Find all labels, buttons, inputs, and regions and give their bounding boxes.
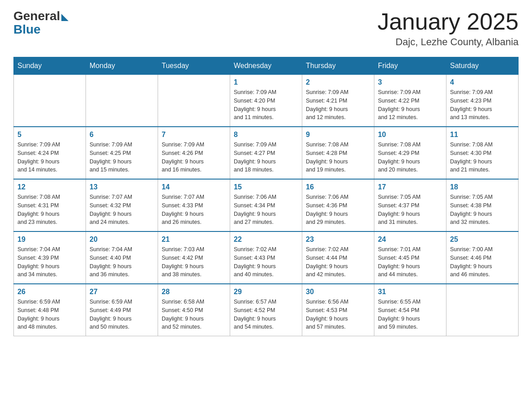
day-number: 13 [90,183,154,191]
calendar-cell [446,284,519,336]
calendar-cell [14,75,86,127]
day-number: 9 [306,131,370,139]
calendar-cell: 2Sunrise: 7:09 AM Sunset: 4:21 PM Daylig… [302,75,374,127]
calendar-cell: 3Sunrise: 7:09 AM Sunset: 4:22 PM Daylig… [374,75,446,127]
day-number: 2 [306,78,370,86]
day-info: Sunrise: 7:08 AM Sunset: 4:28 PM Dayligh… [306,141,370,174]
day-number: 27 [90,288,154,296]
day-info: Sunrise: 7:03 AM Sunset: 4:42 PM Dayligh… [162,245,226,279]
day-info: Sunrise: 6:58 AM Sunset: 4:50 PM Dayligh… [162,298,226,331]
calendar-cell: 29Sunrise: 6:57 AM Sunset: 4:52 PM Dayli… [230,284,302,336]
day-info: Sunrise: 7:09 AM Sunset: 4:23 PM Dayligh… [450,88,515,122]
day-number: 24 [378,235,442,244]
calendar-cell [86,75,158,127]
day-info: Sunrise: 7:08 AM Sunset: 4:30 PM Dayligh… [450,141,515,174]
day-number: 10 [378,131,442,139]
day-number: 30 [306,288,370,296]
day-info: Sunrise: 7:09 AM Sunset: 4:22 PM Dayligh… [378,88,442,122]
calendar-cell: 26Sunrise: 6:59 AM Sunset: 4:48 PM Dayli… [14,284,86,336]
calendar-cell: 1Sunrise: 7:09 AM Sunset: 4:20 PM Daylig… [230,75,302,127]
calendar-cell: 13Sunrise: 7:07 AM Sunset: 4:32 PM Dayli… [86,179,158,231]
calendar-cell: 19Sunrise: 7:04 AM Sunset: 4:39 PM Dayli… [14,231,86,284]
calendar-cell: 28Sunrise: 6:58 AM Sunset: 4:50 PM Dayli… [158,284,230,336]
column-header-monday: Monday [86,57,158,75]
day-number: 8 [234,131,298,139]
day-info: Sunrise: 7:05 AM Sunset: 4:38 PM Dayligh… [450,193,515,227]
logo-triangle-icon [61,14,69,21]
day-info: Sunrise: 7:05 AM Sunset: 4:37 PM Dayligh… [378,193,442,227]
day-info: Sunrise: 6:56 AM Sunset: 4:53 PM Dayligh… [306,298,370,331]
day-number: 26 [17,288,82,296]
day-info: Sunrise: 7:09 AM Sunset: 4:27 PM Dayligh… [234,141,298,174]
calendar-cell: 21Sunrise: 7:03 AM Sunset: 4:42 PM Dayli… [158,231,230,284]
calendar-week-row: 1Sunrise: 7:09 AM Sunset: 4:20 PM Daylig… [14,75,519,127]
day-number: 22 [234,235,298,244]
location-title: Dajc, Lezhe County, Albania [378,36,519,48]
day-info: Sunrise: 7:09 AM Sunset: 4:24 PM Dayligh… [17,141,82,174]
day-number: 11 [450,131,515,139]
day-number: 25 [450,235,515,244]
day-number: 16 [306,183,370,191]
day-info: Sunrise: 7:01 AM Sunset: 4:45 PM Dayligh… [378,245,442,279]
calendar-cell: 9Sunrise: 7:08 AM Sunset: 4:28 PM Daylig… [302,127,374,179]
column-header-friday: Friday [374,57,446,75]
day-number: 29 [234,288,298,296]
calendar-cell: 24Sunrise: 7:01 AM Sunset: 4:45 PM Dayli… [374,231,446,284]
day-info: Sunrise: 7:02 AM Sunset: 4:44 PM Dayligh… [306,245,370,279]
month-title: January 2025 [378,9,519,34]
calendar-cell: 18Sunrise: 7:05 AM Sunset: 4:38 PM Dayli… [446,179,519,231]
calendar-cell: 7Sunrise: 7:09 AM Sunset: 4:26 PM Daylig… [158,127,230,179]
day-number: 28 [162,288,226,296]
day-info: Sunrise: 6:59 AM Sunset: 4:49 PM Dayligh… [90,298,154,331]
calendar-cell: 4Sunrise: 7:09 AM Sunset: 4:23 PM Daylig… [446,75,519,127]
day-number: 21 [162,235,226,244]
page-header: General Blue January 2025 Dajc, Lezhe Co… [13,9,519,48]
title-section: January 2025 Dajc, Lezhe County, Albania [378,9,519,48]
calendar-cell: 5Sunrise: 7:09 AM Sunset: 4:24 PM Daylig… [14,127,86,179]
day-info: Sunrise: 7:04 AM Sunset: 4:40 PM Dayligh… [90,245,154,279]
column-header-saturday: Saturday [446,57,519,75]
calendar-cell: 8Sunrise: 7:09 AM Sunset: 4:27 PM Daylig… [230,127,302,179]
calendar-cell: 11Sunrise: 7:08 AM Sunset: 4:30 PM Dayli… [446,127,519,179]
day-number: 7 [162,131,226,139]
day-number: 23 [306,235,370,244]
day-info: Sunrise: 7:09 AM Sunset: 4:20 PM Dayligh… [234,88,298,122]
day-info: Sunrise: 7:06 AM Sunset: 4:36 PM Dayligh… [306,193,370,227]
calendar-cell: 22Sunrise: 7:02 AM Sunset: 4:43 PM Dayli… [230,231,302,284]
day-number: 3 [378,78,442,86]
day-info: Sunrise: 7:02 AM Sunset: 4:43 PM Dayligh… [234,245,298,279]
day-info: Sunrise: 7:04 AM Sunset: 4:39 PM Dayligh… [17,245,82,279]
day-number: 6 [90,131,154,139]
day-number: 19 [17,235,82,244]
day-number: 15 [234,183,298,191]
calendar-cell: 6Sunrise: 7:09 AM Sunset: 4:25 PM Daylig… [86,127,158,179]
day-number: 17 [378,183,442,191]
day-number: 5 [17,131,82,139]
day-number: 20 [90,235,154,244]
calendar-week-row: 5Sunrise: 7:09 AM Sunset: 4:24 PM Daylig… [14,127,519,179]
day-number: 18 [450,183,515,191]
day-info: Sunrise: 7:08 AM Sunset: 4:29 PM Dayligh… [378,141,442,174]
calendar-cell: 30Sunrise: 6:56 AM Sunset: 4:53 PM Dayli… [302,284,374,336]
column-header-thursday: Thursday [302,57,374,75]
day-info: Sunrise: 7:06 AM Sunset: 4:34 PM Dayligh… [234,193,298,227]
calendar-cell: 10Sunrise: 7:08 AM Sunset: 4:29 PM Dayli… [374,127,446,179]
calendar-cell: 16Sunrise: 7:06 AM Sunset: 4:36 PM Dayli… [302,179,374,231]
day-info: Sunrise: 7:08 AM Sunset: 4:31 PM Dayligh… [17,193,82,227]
column-header-tuesday: Tuesday [158,57,230,75]
logo-blue-text: Blue [13,22,41,37]
calendar-cell: 20Sunrise: 7:04 AM Sunset: 4:40 PM Dayli… [86,231,158,284]
day-info: Sunrise: 7:07 AM Sunset: 4:33 PM Dayligh… [162,193,226,227]
day-info: Sunrise: 7:09 AM Sunset: 4:21 PM Dayligh… [306,88,370,122]
calendar-cell: 27Sunrise: 6:59 AM Sunset: 4:49 PM Dayli… [86,284,158,336]
day-info: Sunrise: 7:09 AM Sunset: 4:26 PM Dayligh… [162,141,226,174]
calendar-cell: 14Sunrise: 7:07 AM Sunset: 4:33 PM Dayli… [158,179,230,231]
calendar-cell: 12Sunrise: 7:08 AM Sunset: 4:31 PM Dayli… [14,179,86,231]
calendar-cell: 25Sunrise: 7:00 AM Sunset: 4:46 PM Dayli… [446,231,519,284]
calendar-cell [158,75,230,127]
day-info: Sunrise: 6:55 AM Sunset: 4:54 PM Dayligh… [378,298,442,331]
day-info: Sunrise: 7:09 AM Sunset: 4:25 PM Dayligh… [90,141,154,174]
calendar-cell: 15Sunrise: 7:06 AM Sunset: 4:34 PM Dayli… [230,179,302,231]
day-number: 4 [450,78,515,86]
calendar-week-row: 12Sunrise: 7:08 AM Sunset: 4:31 PM Dayli… [14,179,519,231]
